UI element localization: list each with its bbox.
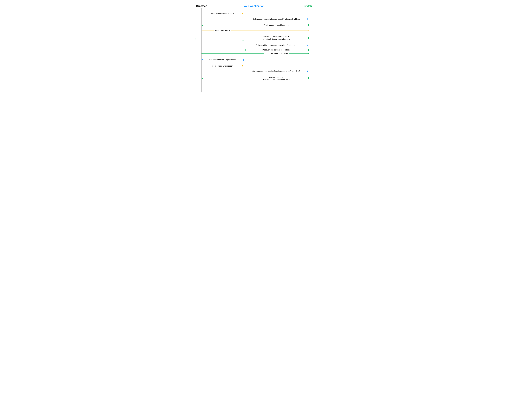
label-m12a: Member logged in,	[268, 76, 285, 78]
label-m11: Call discovery.intermediateSessions.exch…	[251, 70, 301, 72]
label-m9: Return Discovered Organizations	[208, 59, 237, 61]
sequence-diagram: Browser Your Application Stytch	[190, 0, 318, 95]
label-m8: IST cookie stored in browser	[264, 52, 289, 55]
label-m5a: Callback to Discovery RedirectURL	[261, 36, 291, 38]
label-m5b: with stytch_token_type=discovery	[262, 38, 291, 40]
label-m12b: Session cookie stored in browser	[262, 79, 291, 81]
label-m6: Call magicLinks.discovery.authenticate()…	[255, 44, 298, 46]
arrow-m5	[195, 38, 308, 40]
label-m7: Discovered Organizations Returns	[261, 49, 291, 51]
label-m10: User selects Organization	[211, 65, 234, 67]
label-m3: Email triggered with Magic Link	[263, 24, 290, 26]
label-m1: User provides email to login	[210, 13, 235, 15]
label-m2: Call magicLinks.email.discovery.send() w…	[252, 18, 301, 20]
diagram-svg	[190, 0, 318, 95]
label-m4: User clicks on link	[214, 29, 231, 31]
